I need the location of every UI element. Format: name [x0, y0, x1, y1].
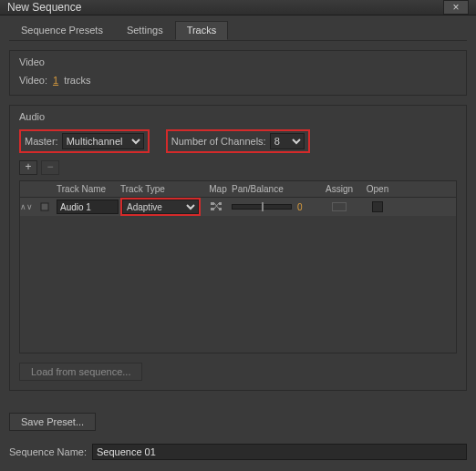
master-dropdown[interactable]: Multichannel — [62, 133, 144, 149]
grip-icon[interactable] — [40, 202, 49, 211]
tab-sequence-presets[interactable]: Sequence Presets — [9, 21, 115, 40]
tab-tracks[interactable]: Tracks — [175, 21, 229, 40]
remove-track-button: − — [41, 160, 59, 175]
video-label: Video: — [19, 75, 47, 86]
header-pan: Pan/Balance — [232, 184, 319, 194]
video-tracks-suffix: tracks — [64, 75, 90, 86]
video-group-label: Video — [19, 56, 457, 67]
load-from-sequence-button: Load from sequence... — [19, 363, 142, 381]
header-assign: Assign — [319, 184, 359, 194]
header-track-name: Track Name — [55, 184, 120, 194]
header-track-type: Track Type — [120, 184, 204, 194]
new-sequence-dialog: New Sequence × Sequence Presets Settings… — [0, 0, 476, 471]
track-type-dropdown[interactable]: Adaptive — [122, 200, 199, 214]
video-group: Video Video: 1 tracks — [9, 50, 467, 96]
sequence-name-label: Sequence Name: — [9, 446, 87, 457]
drag-handle-icon[interactable]: ∧∨ — [20, 202, 29, 211]
video-track-count[interactable]: 1 — [53, 75, 58, 86]
header-map: Map — [204, 184, 232, 194]
tracks-panel: Track Name Track Type Map Pan/Balance As… — [19, 180, 457, 353]
add-track-button[interactable]: + — [19, 160, 37, 175]
channels-highlight: Number of Channels: 8 — [166, 129, 310, 153]
video-tracks-row: Video: 1 tracks — [19, 75, 457, 86]
channel-map-icon[interactable] — [210, 200, 222, 213]
header-open: Open — [359, 184, 396, 194]
sequence-name-input[interactable] — [92, 444, 467, 460]
dialog-content: Sequence Presets Settings Tracks Video V… — [0, 15, 476, 471]
svg-rect-1 — [211, 202, 214, 205]
audio-group-label: Audio — [19, 111, 457, 122]
track-name-input[interactable] — [57, 200, 119, 214]
audio-group: Audio Master: Multichannel Number of Cha… — [9, 105, 467, 391]
tabs: Sequence Presets Settings Tracks — [9, 21, 467, 41]
tab-settings[interactable]: Settings — [115, 21, 175, 40]
svg-rect-3 — [219, 202, 222, 205]
track-type-highlight: Adaptive — [120, 198, 201, 216]
tracks-header: Track Name Track Type Map Pan/Balance As… — [20, 181, 456, 198]
master-highlight: Master: Multichannel — [19, 129, 150, 153]
add-remove-row: + − — [19, 160, 457, 175]
close-button[interactable]: × — [443, 0, 469, 15]
sequence-name-row: Sequence Name: — [9, 444, 467, 460]
open-checkbox[interactable] — [372, 201, 383, 212]
channels-label: Number of Channels: — [171, 136, 266, 147]
audio-master-row: Master: Multichannel Number of Channels:… — [19, 129, 457, 153]
svg-rect-2 — [211, 208, 214, 210]
close-icon: × — [452, 1, 459, 14]
svg-rect-0 — [41, 203, 48, 210]
assign-icon[interactable] — [332, 202, 347, 211]
pan-slider[interactable] — [232, 204, 292, 210]
svg-rect-4 — [219, 208, 222, 210]
save-preset-button[interactable]: Save Preset... — [9, 413, 96, 431]
pan-value[interactable]: 0 — [297, 202, 303, 212]
titlebar: New Sequence × — [0, 0, 476, 15]
channels-dropdown[interactable]: 8 — [270, 133, 305, 149]
window-title: New Sequence — [7, 1, 81, 14]
table-row[interactable]: ∧∨ Adaptive — [20, 198, 456, 216]
master-label: Master: — [25, 136, 58, 147]
